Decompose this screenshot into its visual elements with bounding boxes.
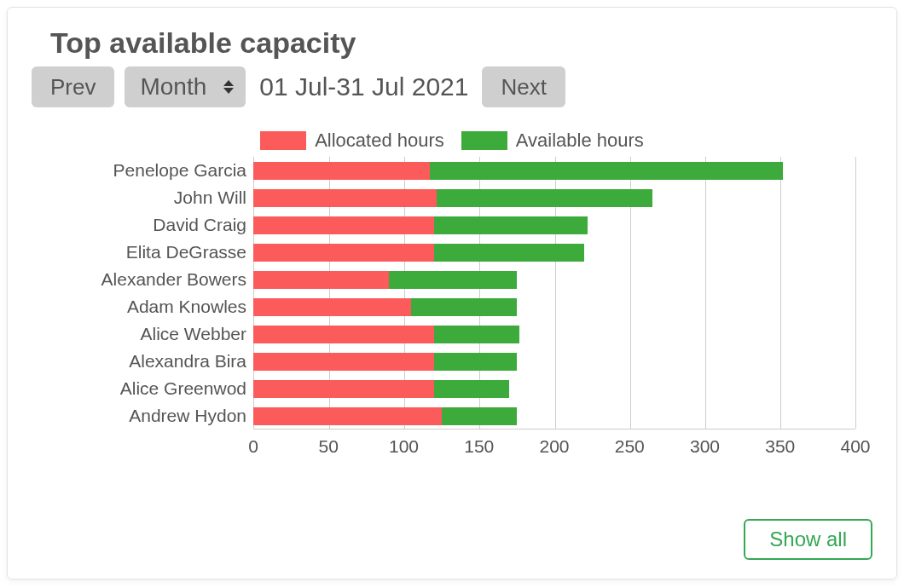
grid-line [855, 157, 856, 429]
x-tick: 100 [389, 436, 419, 457]
category-label: Alexander Bowers [40, 266, 253, 293]
category-label: Andrew Hydon [40, 402, 253, 429]
legend-item-available: Available hours [461, 130, 644, 152]
category-label: David Craig [40, 211, 253, 239]
x-tick: 400 [840, 436, 870, 457]
bar-stack [253, 298, 855, 316]
bar-row [253, 375, 855, 402]
period-select-value: Month [140, 73, 206, 101]
bar-stack [253, 326, 855, 343]
capacity-card: Top available capacity Prev Month 01 Jul… [7, 7, 897, 579]
bar-stack [253, 162, 855, 180]
bar-segment [253, 380, 434, 398]
bar-segment [442, 407, 517, 425]
period-controls: Prev Month 01 Jul-31 Jul 2021 Next [32, 66, 872, 107]
bar-segment [430, 162, 784, 180]
bar-segment [411, 298, 517, 316]
legend-item-allocated: Allocated hours [260, 130, 444, 152]
capacity-chart: Penelope GarciaJohn WillDavid CraigElita… [40, 157, 855, 460]
bar-segment [253, 244, 434, 262]
category-label: Alice Webber [40, 320, 253, 348]
bar-row [253, 211, 855, 239]
bar-row [253, 402, 855, 429]
x-tick: 250 [615, 436, 645, 457]
bar-segment [253, 216, 434, 234]
bar-stack [253, 244, 855, 262]
bar-segment [437, 189, 652, 207]
x-tick: 50 [319, 436, 339, 457]
show-all-button[interactable]: Show all [744, 519, 872, 560]
x-tick: 200 [539, 436, 569, 457]
bar-row [253, 239, 855, 266]
legend-label-allocated: Allocated hours [315, 130, 444, 152]
bar-stack [253, 353, 855, 371]
bar-segment [434, 353, 517, 371]
bar-segment [389, 271, 517, 289]
bar-segment [434, 244, 585, 262]
updown-icon [222, 80, 235, 94]
card-title: Top available capacity [50, 26, 872, 60]
x-tick: 0 [248, 436, 258, 457]
category-label: John Will [40, 184, 253, 211]
bar-segment [434, 216, 588, 234]
bar-row [253, 320, 855, 348]
legend-swatch-allocated [260, 131, 306, 150]
period-select[interactable]: Month [125, 66, 246, 107]
bar-stack [253, 271, 855, 289]
bar-stack [253, 216, 855, 234]
x-tick: 300 [690, 436, 720, 457]
x-tick: 150 [464, 436, 494, 457]
category-label: Elita DeGrasse [40, 239, 253, 266]
bar-segment [253, 271, 389, 289]
next-button[interactable]: Next [482, 66, 565, 107]
bar-segment [253, 326, 434, 343]
bar-row [253, 293, 855, 320]
x-tick: 350 [765, 436, 795, 457]
bar-segment [253, 162, 430, 180]
category-label: Alice Greenwod [40, 375, 253, 402]
bar-segment [253, 407, 442, 425]
bar-row [253, 266, 855, 293]
category-label: Alexandra Bira [40, 348, 253, 375]
bar-row [253, 348, 855, 375]
prev-button[interactable]: Prev [32, 66, 114, 107]
legend-swatch-available [461, 131, 507, 150]
chart-legend: Allocated hours Available hours [32, 130, 872, 152]
bar-segment [434, 380, 509, 398]
bar-segment [253, 353, 434, 371]
category-label: Penelope Garcia [40, 157, 253, 184]
bar-segment [434, 326, 520, 343]
bar-row [253, 157, 855, 184]
bar-stack [253, 380, 855, 398]
legend-label-available: Available hours [516, 130, 644, 152]
category-label: Adam Knowles [40, 293, 253, 320]
bar-row [253, 184, 855, 211]
bar-stack [253, 189, 855, 207]
bar-stack [253, 407, 855, 425]
bar-segment [253, 189, 437, 207]
bar-segment [253, 298, 411, 316]
date-range: 01 Jul-31 Jul 2021 [259, 72, 468, 101]
